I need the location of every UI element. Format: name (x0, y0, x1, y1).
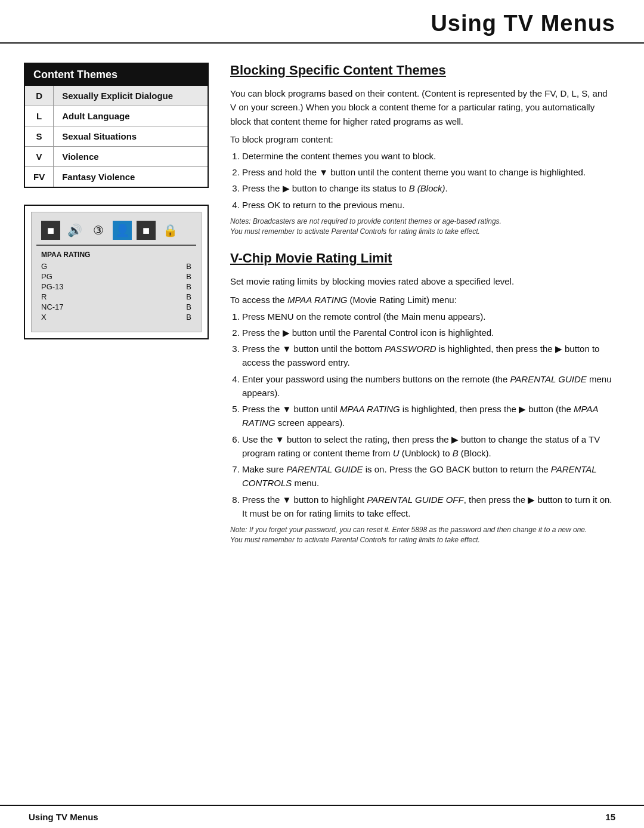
tv-menu-box: ■ 🔊 ③ 👤 ■ 🔒 MPAA RATING GBPGBPG-13BRBNC-… (24, 205, 209, 339)
rating-code: PG (41, 272, 52, 281)
vchip-step: Press the ▶ button until the Parental Co… (242, 326, 615, 339)
theme-label: Adult Language (54, 106, 208, 126)
blocking-section: Blocking Specific Content Themes You can… (230, 63, 615, 236)
page-header: Using TV Menus (0, 0, 644, 44)
rating-val: B (186, 262, 191, 271)
rating-code: X (41, 313, 47, 322)
rating-code: R (41, 292, 47, 301)
tv-icon-plus: ③ (89, 221, 108, 240)
blocking-steps-list: Determine the content themes you want to… (242, 149, 615, 212)
rating-row: XB (41, 312, 191, 322)
vchip-access-label: To access the MPAA RATING (Movie Rating … (230, 295, 615, 305)
rating-row: NC-17B (41, 302, 191, 312)
blocking-step: Determine the content themes you want to… (242, 149, 615, 163)
content-themes-box: Content Themes D Sexually Explicit Dialo… (24, 63, 209, 188)
tv-rating-content: MPAA RATING GBPGBPG-13BRBNC-17BXB (36, 249, 196, 323)
blocking-notes: Notes: Broadcasters are not required to … (230, 217, 615, 237)
tv-icon-sound: 🔊 (65, 221, 84, 240)
rating-rows: GBPGBPG-13BRBNC-17BXB (41, 261, 191, 322)
blocking-step: Press and hold the ▼ button until the co… (242, 165, 615, 179)
vchip-step: Use the ▼ button to select the rating, t… (242, 432, 615, 461)
vchip-step: Make sure PARENTAL GUIDE is on. Press th… (242, 462, 615, 490)
tv-icon-block2: ■ (137, 221, 156, 240)
rating-val: B (186, 292, 191, 301)
vchip-section: V-Chip Movie Rating Limit Set movie rati… (230, 251, 615, 545)
vchip-notes: Note: If you forget your password, you c… (230, 525, 615, 545)
content-themes-title: Content Themes (25, 64, 208, 86)
themes-table-row: V Violence (25, 147, 208, 167)
mpaa-label: MPAA RATING (41, 251, 191, 259)
theme-code: S (25, 126, 54, 147)
theme-code: FV (25, 167, 54, 187)
vchip-step: Press MENU on the remote control (the Ma… (242, 310, 615, 323)
rating-code: PG-13 (41, 282, 64, 291)
rating-val: B (186, 302, 191, 311)
rating-row: PG-13B (41, 282, 191, 292)
blocking-intro: You can block programs based on their co… (230, 86, 615, 128)
theme-code: D (25, 86, 54, 106)
theme-label: Fantasy Violence (54, 167, 208, 187)
vchip-steps-list: Press MENU on the remote control (the Ma… (242, 310, 615, 521)
blocking-title: Blocking Specific Content Themes (230, 63, 615, 78)
vchip-step: Press the ▼ button until MPAA RATING is … (242, 402, 615, 430)
tv-icon-rating: 👤 (113, 221, 132, 240)
themes-table: D Sexually Explicit Dialogue L Adult Lan… (25, 86, 208, 187)
rating-val: B (186, 313, 191, 322)
vchip-step: Enter your password using the numbers bu… (242, 372, 615, 400)
rating-code: NC-17 (41, 302, 64, 311)
themes-table-row: FV Fantasy Violence (25, 167, 208, 187)
rating-val: B (186, 282, 191, 291)
blocking-step: Press OK to return to the previous menu. (242, 198, 615, 212)
rating-val: B (186, 272, 191, 281)
footer-title: Using TV Menus (29, 812, 98, 822)
themes-table-row: S Sexual Situations (25, 126, 208, 147)
vchip-step: Press the ▼ button to highlight PARENTAL… (242, 493, 615, 521)
page-title: Using TV Menus (29, 11, 615, 36)
vchip-intro: Set movie rating limits by blocking movi… (230, 274, 615, 288)
theme-code: L (25, 106, 54, 126)
vchip-title: V-Chip Movie Rating Limit (230, 251, 615, 266)
left-column: Content Themes D Sexually Explicit Dialo… (24, 63, 209, 560)
tv-icon-block: ■ (41, 221, 60, 240)
vchip-step: Press the ▼ button until the bottom PASS… (242, 342, 615, 370)
theme-code: V (25, 147, 54, 167)
tv-menu-inner: ■ 🔊 ③ 👤 ■ 🔒 MPAA RATING GBPGBPG-13BRBNC-… (31, 212, 202, 332)
rating-row: GB (41, 261, 191, 271)
right-column: Blocking Specific Content Themes You can… (230, 63, 615, 560)
rating-code: G (41, 262, 47, 271)
theme-label: Violence (54, 147, 208, 167)
rating-row: PGB (41, 271, 191, 282)
tv-icons-row: ■ 🔊 ③ 👤 ■ 🔒 (36, 218, 196, 246)
theme-label: Sexually Explicit Dialogue (54, 86, 208, 106)
footer-page-number: 15 (605, 812, 615, 822)
page-footer: Using TV Menus 15 (0, 805, 644, 828)
themes-table-row: L Adult Language (25, 106, 208, 126)
themes-table-row: D Sexually Explicit Dialogue (25, 86, 208, 106)
block-label: To block program content: (230, 134, 615, 144)
tv-icon-lock: 🔒 (160, 221, 179, 240)
main-content: Content Themes D Sexually Explicit Dialo… (0, 44, 644, 579)
rating-row: RB (41, 292, 191, 302)
theme-label: Sexual Situations (54, 126, 208, 147)
blocking-step: Press the ▶ button to change its status … (242, 181, 615, 195)
